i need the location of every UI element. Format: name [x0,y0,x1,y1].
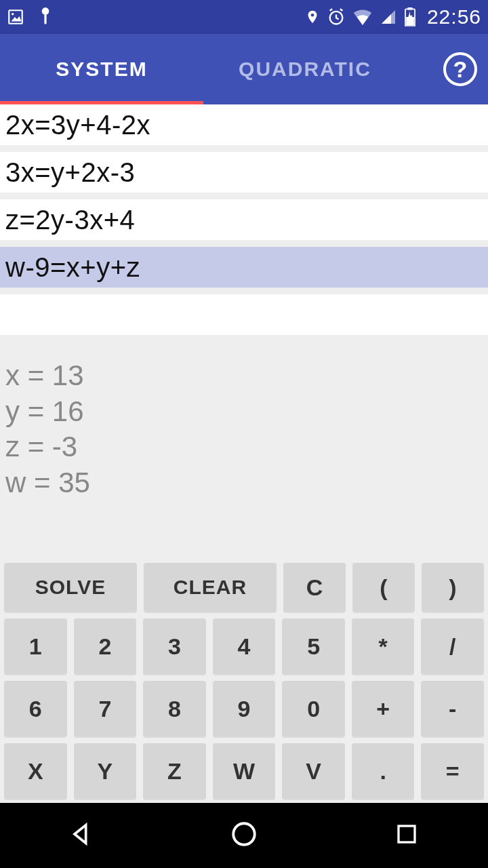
key-x[interactable]: X [4,743,67,799]
results-panel: x = 13 y = 16 z = -3 w = 35 [0,342,488,559]
key-9[interactable]: 9 [213,681,276,736]
android-debug-icon [37,7,54,27]
svg-point-3 [42,7,49,15]
svg-point-5 [311,14,314,17]
battery-charging-icon [404,7,416,26]
recent-icon [394,822,419,849]
equation-list: 2x=3y+4-2x 3x=y+2x-3 z=2y-3x+4 w-9=x+y+z [0,104,488,342]
equation-input-1[interactable]: 3x=y+2x-3 [0,152,488,193]
svg-point-2 [12,13,14,15]
nav-back-button[interactable] [54,808,108,863]
app-bar: SYSTEM QUADRATIC ? [0,34,488,104]
key-y[interactable]: Y [74,743,137,799]
key-v[interactable]: V [282,743,345,799]
location-icon [305,7,320,26]
key-plus[interactable]: + [352,681,415,736]
svg-rect-0 [9,10,22,24]
key-8[interactable]: 8 [143,681,206,736]
key-divide[interactable]: / [421,618,484,674]
svg-rect-4 [44,14,46,24]
help-icon: ? [453,56,468,83]
signal-icon [380,9,397,25]
key-6[interactable]: 6 [4,681,67,736]
key-equals[interactable]: = [421,743,484,799]
svg-marker-13 [75,825,86,844]
key-7[interactable]: 7 [74,681,137,736]
svg-point-14 [233,823,255,845]
equation-input-3[interactable]: w-9=x+y+z [0,247,488,288]
key-1[interactable]: 1 [4,618,67,674]
back-icon [68,821,95,850]
keypad: SOLVE CLEAR C ( ) 1 2 3 4 5 * / 6 7 8 9 … [0,559,488,803]
tab-quadratic[interactable]: QUADRATIC [203,34,407,104]
key-dot[interactable]: . [352,743,415,799]
picture-icon [7,8,24,26]
key-0[interactable]: 0 [282,681,345,736]
key-5[interactable]: 5 [282,618,345,674]
status-bar: 22:56 [0,0,488,34]
result-w: w = 35 [5,465,483,501]
key-multiply[interactable]: * [352,618,415,674]
navigation-bar [0,803,488,868]
alarm-icon [327,7,346,26]
lparen-key[interactable]: ( [352,563,415,612]
equation-input-4[interactable] [0,294,488,335]
status-time: 22:56 [427,5,481,28]
result-y: y = 16 [5,394,483,430]
backspace-button[interactable]: C [283,563,346,612]
equation-input-2[interactable]: z=2y-3x+4 [0,199,488,240]
wifi-icon [352,9,373,25]
svg-marker-1 [12,16,22,22]
key-minus[interactable]: - [421,681,484,736]
help-button[interactable]: ? [443,52,477,86]
key-2[interactable]: 2 [74,618,137,674]
clear-button[interactable]: CLEAR [144,563,277,612]
tab-system[interactable]: SYSTEM [0,34,203,104]
svg-marker-8 [382,14,391,24]
solve-button[interactable]: SOLVE [4,563,137,612]
result-z: z = -3 [5,429,483,465]
svg-rect-10 [407,7,412,10]
equation-input-0[interactable]: 2x=3y+4-2x [0,104,488,145]
key-z[interactable]: Z [143,743,206,799]
home-icon [230,820,258,851]
svg-rect-15 [399,826,415,842]
nav-home-button[interactable] [217,808,271,863]
key-4[interactable]: 4 [213,618,276,674]
key-w[interactable]: W [213,743,276,799]
rparen-key[interactable]: ) [422,563,484,612]
nav-recent-button[interactable] [380,808,434,863]
result-x: x = 13 [5,358,483,394]
key-3[interactable]: 3 [143,618,206,674]
tab-indicator [0,101,203,104]
